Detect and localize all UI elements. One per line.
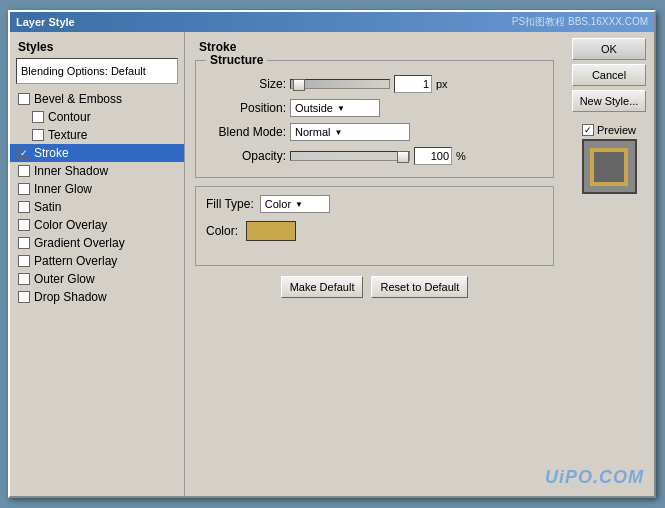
color-overlay-label: Color Overlay bbox=[34, 218, 107, 232]
left-panel: Styles Blending Options: Default Bevel &… bbox=[10, 32, 185, 496]
cancel-button[interactable]: Cancel bbox=[572, 64, 646, 86]
dialog-title: Layer Style bbox=[16, 16, 75, 28]
layer-item-outer-glow[interactable]: Outer Glow bbox=[10, 270, 184, 288]
size-slider-thumb[interactable] bbox=[293, 79, 305, 91]
layer-style-dialog: Layer Style PS扣图教程 BBS.16XXX.COM Styles … bbox=[8, 10, 656, 498]
size-slider[interactable] bbox=[290, 79, 390, 89]
layer-item-contour[interactable]: Contour bbox=[10, 108, 184, 126]
gradient-overlay-checkbox[interactable] bbox=[18, 237, 30, 249]
drop-shadow-label: Drop Shadow bbox=[34, 290, 107, 304]
reset-default-button[interactable]: Reset to Default bbox=[371, 276, 468, 298]
outer-glow-checkbox[interactable] bbox=[18, 273, 30, 285]
color-label: Color: bbox=[206, 224, 238, 238]
fill-type-dropdown[interactable]: Color bbox=[260, 195, 330, 213]
styles-box[interactable]: Blending Options: Default bbox=[16, 58, 178, 84]
new-style-button[interactable]: New Style... bbox=[572, 90, 646, 112]
color-overlay-checkbox[interactable] bbox=[18, 219, 30, 231]
position-dropdown[interactable]: Outside bbox=[290, 99, 380, 117]
layer-item-drop-shadow[interactable]: Drop Shadow bbox=[10, 288, 184, 306]
opacity-label: Opacity: bbox=[206, 149, 286, 163]
texture-label: Texture bbox=[48, 128, 87, 142]
opacity-slider-thumb[interactable] bbox=[397, 151, 409, 163]
fill-type-value: Color bbox=[265, 198, 291, 210]
center-panel: Stroke Structure Size: px Position: Ou bbox=[185, 32, 564, 496]
size-label: Size: bbox=[206, 77, 286, 91]
contour-checkbox[interactable] bbox=[32, 111, 44, 123]
stroke-label: Stroke bbox=[34, 146, 69, 160]
right-panel: OK Cancel New Style... Preview bbox=[564, 32, 654, 496]
opacity-input[interactable] bbox=[414, 147, 452, 165]
structure-group: Structure Size: px Position: Outside bbox=[195, 60, 554, 178]
position-label: Position: bbox=[206, 101, 286, 115]
drop-shadow-checkbox[interactable] bbox=[18, 291, 30, 303]
preview-label-row: Preview bbox=[582, 124, 636, 136]
title-bar: Layer Style PS扣图教程 BBS.16XXX.COM bbox=[10, 12, 654, 32]
satin-label: Satin bbox=[34, 200, 61, 214]
inner-glow-label: Inner Glow bbox=[34, 182, 92, 196]
blend-mode-dropdown[interactable]: Normal bbox=[290, 123, 410, 141]
layer-item-stroke[interactable]: Stroke bbox=[10, 144, 184, 162]
inner-shadow-checkbox[interactable] bbox=[18, 165, 30, 177]
fill-type-group: Fill Type: Color Color: bbox=[195, 186, 554, 266]
outer-glow-label: Outer Glow bbox=[34, 272, 95, 286]
fill-type-row: Fill Type: Color bbox=[206, 195, 543, 213]
position-row: Position: Outside bbox=[206, 99, 543, 117]
blending-options-label: Blending Options: Default bbox=[21, 65, 146, 77]
layer-item-inner-shadow[interactable]: Inner Shadow bbox=[10, 162, 184, 180]
layer-item-color-overlay[interactable]: Color Overlay bbox=[10, 216, 184, 234]
color-row: Color: bbox=[206, 221, 543, 241]
title-watermark: PS扣图教程 BBS.16XXX.COM bbox=[512, 15, 648, 29]
contour-label: Contour bbox=[48, 110, 91, 124]
blend-mode-label: Blend Mode: bbox=[206, 125, 286, 139]
opacity-slider[interactable] bbox=[290, 151, 410, 161]
layer-item-gradient-overlay[interactable]: Gradient Overlay bbox=[10, 234, 184, 252]
layer-item-inner-glow[interactable]: Inner Glow bbox=[10, 180, 184, 198]
blend-mode-row: Blend Mode: Normal bbox=[206, 123, 543, 141]
blend-mode-value: Normal bbox=[295, 126, 330, 138]
ok-button[interactable]: OK bbox=[572, 38, 646, 60]
bevel-label: Bevel & Emboss bbox=[34, 92, 122, 106]
color-swatch[interactable] bbox=[246, 221, 296, 241]
make-default-button[interactable]: Make Default bbox=[281, 276, 364, 298]
layer-item-bevel[interactable]: Bevel & Emboss bbox=[10, 90, 184, 108]
opacity-unit: % bbox=[456, 150, 466, 162]
section-title: Stroke bbox=[195, 40, 554, 54]
texture-checkbox[interactable] bbox=[32, 129, 44, 141]
pattern-overlay-checkbox[interactable] bbox=[18, 255, 30, 267]
structure-title: Structure bbox=[206, 53, 267, 67]
inner-glow-checkbox[interactable] bbox=[18, 183, 30, 195]
layer-item-texture[interactable]: Texture bbox=[10, 126, 184, 144]
bevel-checkbox[interactable] bbox=[18, 93, 30, 105]
preview-text: Preview bbox=[597, 124, 636, 136]
preview-thumbnail bbox=[582, 139, 637, 194]
opacity-row: Opacity: % bbox=[206, 147, 543, 165]
layer-item-pattern-overlay[interactable]: Pattern Overlay bbox=[10, 252, 184, 270]
size-input[interactable] bbox=[394, 75, 432, 93]
gradient-overlay-label: Gradient Overlay bbox=[34, 236, 125, 250]
size-unit: px bbox=[436, 78, 448, 90]
satin-checkbox[interactable] bbox=[18, 201, 30, 213]
preview-checkbox[interactable] bbox=[582, 124, 594, 136]
size-row: Size: px bbox=[206, 75, 543, 93]
bottom-buttons: Make Default Reset to Default bbox=[195, 276, 554, 298]
styles-label: Styles bbox=[18, 40, 53, 54]
stroke-checkbox[interactable] bbox=[18, 147, 30, 159]
bottom-watermark: UiPO.COM bbox=[545, 467, 644, 488]
preview-section: Preview bbox=[572, 124, 646, 194]
fill-type-label: Fill Type: bbox=[206, 197, 254, 211]
position-value: Outside bbox=[295, 102, 333, 114]
pattern-overlay-label: Pattern Overlay bbox=[34, 254, 117, 268]
preview-inner bbox=[590, 148, 628, 186]
layer-item-satin[interactable]: Satin bbox=[10, 198, 184, 216]
dialog-body: Styles Blending Options: Default Bevel &… bbox=[10, 32, 654, 496]
styles-header: Styles bbox=[10, 38, 184, 58]
inner-shadow-label: Inner Shadow bbox=[34, 164, 108, 178]
